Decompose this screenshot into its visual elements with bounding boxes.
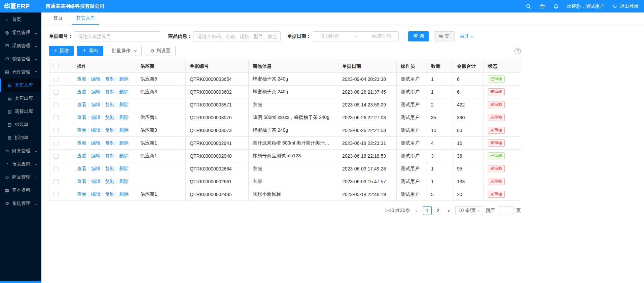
warehouse-icon: ▤: [4, 69, 10, 74]
copy-link[interactable]: 复制: [105, 153, 114, 158]
export-button[interactable]: 导出: [77, 46, 103, 56]
page-size-select[interactable]: 10 条/页: [455, 206, 483, 215]
view-link[interactable]: 查看: [77, 127, 86, 133]
view-link[interactable]: 查看: [77, 166, 86, 171]
delete-link[interactable]: 删除: [119, 89, 129, 94]
help-icon[interactable]: ?: [514, 48, 521, 54]
sidebar-item-retail[interactable]: ◎ 零售管理: [0, 26, 41, 39]
column-settings-button[interactable]: ⚙ 列设置: [145, 46, 176, 56]
logout-button[interactable]: 退出登录: [611, 3, 639, 10]
start-date-placeholder[interactable]: 开始时间: [321, 33, 339, 39]
copy-link[interactable]: 复制: [105, 127, 114, 133]
row-checkbox[interactable]: [53, 115, 59, 120]
product-input[interactable]: [193, 31, 281, 41]
bell-icon[interactable]: [553, 3, 560, 10]
chevron-icon: [35, 202, 37, 205]
view-link[interactable]: 查看: [77, 153, 86, 158]
sidebar-item-sales[interactable]: ⊞ 销售管理: [0, 52, 41, 65]
delete-link[interactable]: 删除: [119, 153, 129, 158]
edit-link[interactable]: 编辑: [91, 127, 101, 133]
row-checkbox[interactable]: [53, 141, 59, 146]
search-icon[interactable]: [525, 3, 532, 10]
edit-link[interactable]: 编辑: [91, 191, 101, 197]
row-checkbox[interactable]: [53, 77, 59, 82]
row-checkbox[interactable]: [53, 166, 59, 171]
date-cell: 2023-06-26 22:27:03: [338, 111, 397, 124]
delete-link[interactable]: 删除: [119, 179, 129, 184]
view-link[interactable]: 查看: [77, 191, 86, 197]
sidebar-item-system[interactable]: ⚙ 系统管理: [0, 197, 41, 210]
edit-link[interactable]: 编辑: [91, 153, 101, 158]
delete-link[interactable]: 删除: [119, 191, 129, 197]
row-checkbox[interactable]: [53, 90, 59, 95]
copy-link[interactable]: 复制: [105, 166, 114, 171]
edit-link[interactable]: 编辑: [91, 115, 101, 120]
view-link[interactable]: 查看: [77, 76, 86, 82]
next-page-button[interactable]: >: [445, 206, 453, 215]
row-checkbox[interactable]: [53, 154, 59, 159]
delete-link[interactable]: 删除: [119, 140, 129, 146]
copy-link[interactable]: 复制: [105, 76, 114, 82]
batch-ops-button[interactable]: 批量操作: [107, 46, 142, 56]
sidebar-item-finance[interactable]: ⊕ 财务管理: [0, 144, 41, 157]
search-button[interactable]: 查 询: [408, 31, 429, 41]
copy-link[interactable]: 复制: [105, 191, 114, 197]
page-button-2[interactable]: 2: [434, 206, 442, 215]
page-button-1[interactable]: 1: [423, 206, 432, 215]
sidebar-item-report[interactable]: ◔ 报表查询: [0, 157, 41, 170]
edit-link[interactable]: 编辑: [91, 179, 101, 184]
sidebar-sub-item[interactable]: ▤ 组装单: [0, 118, 41, 131]
delete-link[interactable]: 删除: [119, 115, 129, 120]
edit-link[interactable]: 编辑: [91, 140, 101, 146]
view-link[interactable]: 查看: [77, 140, 86, 146]
view-link[interactable]: 查看: [77, 102, 86, 107]
sidebar-item-purchase[interactable]: ⊟ 采购管理: [0, 39, 41, 52]
row-checkbox[interactable]: [53, 128, 59, 133]
supplier-cell: 供应商3: [136, 124, 186, 137]
prev-page-button[interactable]: <: [413, 206, 420, 215]
tab[interactable]: 首页: [49, 12, 67, 25]
table-row: 查看|编辑|复制|删除 供应商3 QTRK00000003073 蜂蜜柚子茶 2…: [49, 124, 521, 137]
copy-link[interactable]: 复制: [105, 179, 114, 184]
end-date-placeholder[interactable]: 结束时间: [372, 33, 391, 39]
status-badge: 未审核: [488, 127, 505, 134]
delete-link[interactable]: 删除: [119, 127, 129, 133]
sidebar-item-label: 系统管理: [12, 200, 30, 207]
sidebar-sub-item[interactable]: ▤ 调拨出库: [0, 105, 41, 118]
reset-button[interactable]: 重 置: [434, 31, 455, 41]
select-all-checkbox[interactable]: [53, 64, 59, 69]
add-button[interactable]: + 新增: [49, 46, 74, 56]
copy-link[interactable]: 复制: [105, 102, 114, 107]
copy-link[interactable]: 复制: [105, 115, 114, 120]
row-checkbox[interactable]: [53, 102, 59, 107]
delete-link[interactable]: 删除: [119, 76, 129, 82]
app-logo[interactable]: 华夏ERP: [0, 2, 41, 11]
edit-link[interactable]: 编辑: [91, 89, 101, 94]
action-separator: |: [102, 127, 104, 133]
sidebar-sub-item[interactable]: ▤ 其它出库: [0, 92, 41, 105]
delete-link[interactable]: 删除: [119, 102, 129, 107]
edit-link[interactable]: 编辑: [91, 76, 101, 82]
sidebar-item-home[interactable]: ⌂ 首页: [0, 13, 41, 26]
view-link[interactable]: 查看: [77, 89, 86, 94]
sidebar-sub-item[interactable]: ▤ 其它入库: [0, 78, 41, 92]
delete-link[interactable]: 删除: [119, 166, 129, 171]
edit-link[interactable]: 编辑: [91, 166, 101, 171]
row-checkbox[interactable]: [53, 179, 59, 184]
bank-icon[interactable]: [539, 3, 546, 10]
sidebar-sub-item[interactable]: ▤ 拆卸单: [0, 131, 41, 144]
tab[interactable]: 其它入库: [72, 12, 99, 25]
view-link[interactable]: 查看: [77, 179, 86, 184]
copy-link[interactable]: 复制: [105, 89, 114, 94]
sidebar-item-basedata[interactable]: ▦ 基本资料: [0, 184, 41, 197]
view-link[interactable]: 查看: [77, 115, 86, 120]
edit-link[interactable]: 编辑: [91, 102, 101, 107]
row-checkbox[interactable]: [53, 192, 59, 197]
date-range-picker[interactable]: 开始时间 ~ 结束时间: [313, 31, 399, 41]
jump-input[interactable]: [498, 206, 513, 215]
doc-no-input[interactable]: [74, 31, 160, 41]
sidebar-item-warehouse[interactable]: ▤ 仓库管理: [0, 65, 41, 78]
copy-link[interactable]: 复制: [105, 140, 114, 146]
expand-link[interactable]: 展开: [460, 33, 473, 39]
sidebar-item-goods[interactable]: ◇ 商品管理: [0, 170, 41, 184]
